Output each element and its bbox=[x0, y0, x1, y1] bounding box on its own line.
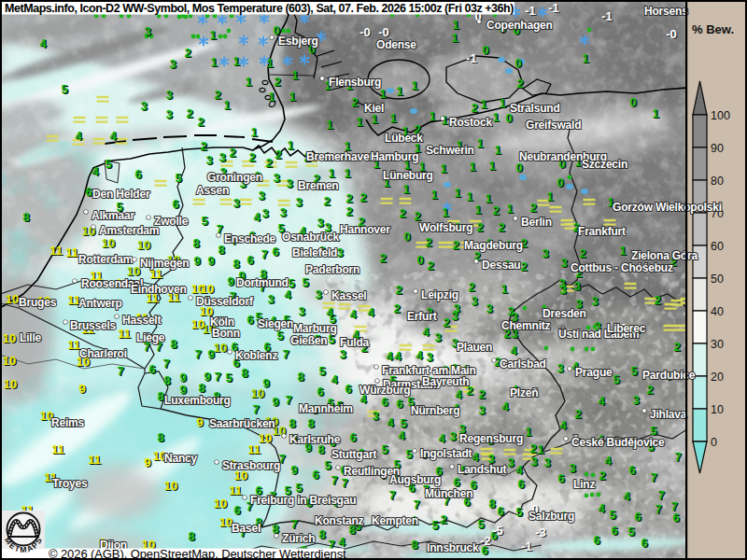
svg-text:1: 1 bbox=[492, 110, 499, 124]
svg-text:8: 8 bbox=[297, 370, 303, 384]
svg-text:6: 6 bbox=[497, 504, 503, 518]
svg-text:-0: -0 bbox=[359, 25, 371, 39]
svg-text:2: 2 bbox=[471, 101, 477, 115]
svg-text:2: 2 bbox=[529, 441, 536, 455]
svg-text:4: 4 bbox=[387, 415, 394, 429]
svg-text:1: 1 bbox=[326, 118, 332, 132]
svg-text:Amsterdam: Amsterdam bbox=[99, 224, 159, 237]
svg-text:3: 3 bbox=[279, 205, 286, 219]
svg-text:Stuttgart: Stuttgart bbox=[331, 448, 376, 461]
svg-text:4: 4 bbox=[598, 501, 605, 515]
svg-text:1: 1 bbox=[469, 160, 475, 174]
svg-text:11: 11 bbox=[65, 245, 78, 259]
svg-text:Dresden: Dresden bbox=[543, 307, 586, 320]
svg-text:3: 3 bbox=[286, 176, 292, 190]
svg-text:2: 2 bbox=[359, 190, 366, 204]
svg-text:Bremen: Bremen bbox=[298, 179, 338, 192]
svg-text:2: 2 bbox=[345, 191, 352, 205]
svg-text:3: 3 bbox=[267, 292, 274, 306]
svg-text:8: 8 bbox=[289, 416, 295, 430]
svg-text:7: 7 bbox=[657, 488, 664, 502]
svg-text:2: 2 bbox=[443, 315, 449, 329]
svg-text:11: 11 bbox=[51, 442, 64, 456]
svg-text:2: 2 bbox=[440, 512, 446, 526]
svg-text:1: 1 bbox=[289, 90, 295, 104]
svg-text:80: 80 bbox=[711, 175, 724, 188]
svg-text:Hannover: Hannover bbox=[340, 223, 390, 236]
svg-text:5: 5 bbox=[381, 442, 388, 456]
svg-text:4: 4 bbox=[438, 431, 445, 445]
svg-text:Stralsund: Stralsund bbox=[510, 102, 560, 115]
svg-text:5: 5 bbox=[515, 505, 522, 519]
svg-text:6: 6 bbox=[611, 524, 617, 538]
svg-text:1: 1 bbox=[442, 205, 448, 219]
svg-text:Lille: Lille bbox=[20, 331, 42, 344]
svg-text:Charleroi: Charleroi bbox=[79, 347, 127, 360]
svg-text:Den Helder: Den Helder bbox=[92, 188, 150, 201]
svg-text:Chemnitz: Chemnitz bbox=[501, 319, 551, 332]
svg-text:Magdeburg: Magdeburg bbox=[464, 239, 523, 252]
svg-text:2: 2 bbox=[516, 77, 523, 91]
svg-text:Troyes: Troyes bbox=[52, 477, 88, 490]
svg-text:6: 6 bbox=[672, 511, 679, 525]
svg-text:Erfurt: Erfurt bbox=[407, 310, 437, 323]
svg-text:6: 6 bbox=[641, 536, 647, 550]
svg-text:1: 1 bbox=[451, 31, 458, 45]
svg-text:Regensburg: Regensburg bbox=[459, 432, 523, 445]
svg-text:8: 8 bbox=[318, 527, 325, 541]
svg-text:4: 4 bbox=[472, 450, 479, 464]
svg-text:Enschede: Enschede bbox=[224, 232, 276, 245]
svg-text:2: 2 bbox=[395, 283, 402, 297]
svg-text:5: 5 bbox=[61, 82, 67, 96]
svg-text:Würzburg: Würzburg bbox=[359, 384, 410, 397]
svg-text:-5: -5 bbox=[492, 524, 503, 538]
svg-text:1: 1 bbox=[582, 51, 588, 65]
svg-text:10: 10 bbox=[164, 479, 177, 493]
svg-text:2: 2 bbox=[345, 204, 352, 218]
svg-text:2: 2 bbox=[498, 220, 504, 234]
svg-text:8: 8 bbox=[157, 389, 163, 403]
svg-text:1: 1 bbox=[619, 244, 626, 258]
svg-text:Innsbruck: Innsbruck bbox=[427, 541, 479, 554]
svg-text:4: 4 bbox=[75, 129, 82, 143]
svg-text:3: 3 bbox=[169, 57, 176, 71]
svg-text:8: 8 bbox=[163, 373, 170, 387]
svg-text:2: 2 bbox=[478, 387, 485, 401]
svg-text:10: 10 bbox=[6, 292, 19, 306]
svg-text:50: 50 bbox=[711, 273, 724, 286]
svg-text:5: 5 bbox=[105, 157, 111, 171]
svg-text:5: 5 bbox=[609, 508, 615, 522]
svg-text:10: 10 bbox=[711, 403, 724, 416]
svg-text:Lübeck: Lübeck bbox=[385, 132, 423, 145]
svg-text:6: 6 bbox=[172, 197, 178, 211]
svg-text:0: 0 bbox=[629, 95, 636, 109]
svg-text:7: 7 bbox=[674, 450, 681, 464]
svg-text:3: 3 bbox=[372, 409, 378, 423]
svg-text:30: 30 bbox=[711, 338, 724, 351]
svg-text:8: 8 bbox=[241, 366, 247, 380]
svg-text:4: 4 bbox=[109, 129, 117, 143]
svg-text:4: 4 bbox=[559, 418, 567, 432]
svg-text:1: 1 bbox=[480, 97, 486, 111]
svg-text:1: 1 bbox=[356, 115, 362, 129]
svg-text:3: 3 bbox=[451, 309, 458, 323]
svg-text:3: 3 bbox=[165, 107, 172, 121]
svg-text:10: 10 bbox=[3, 354, 16, 368]
svg-text:Jihlava: Jihlava bbox=[650, 408, 687, 421]
svg-text:6: 6 bbox=[247, 253, 253, 267]
svg-text:6: 6 bbox=[634, 510, 641, 524]
svg-text:10: 10 bbox=[137, 238, 150, 252]
svg-text:5: 5 bbox=[302, 275, 308, 289]
svg-text:Plzeň: Plzeň bbox=[510, 386, 538, 399]
svg-text:1: 1 bbox=[344, 166, 350, 180]
svg-text:České Budějovice: České Budějovice bbox=[571, 435, 665, 449]
svg-text:1: 1 bbox=[209, 28, 216, 42]
svg-text:8: 8 bbox=[411, 538, 417, 552]
svg-text:2: 2 bbox=[379, 251, 386, 265]
svg-text:3: 3 bbox=[434, 330, 441, 344]
svg-text:-0: -0 bbox=[378, 25, 389, 39]
svg-text:8: 8 bbox=[170, 337, 176, 351]
svg-text:3: 3 bbox=[315, 287, 321, 301]
svg-text:Bonn: Bonn bbox=[212, 327, 240, 340]
svg-text:7: 7 bbox=[282, 347, 289, 361]
